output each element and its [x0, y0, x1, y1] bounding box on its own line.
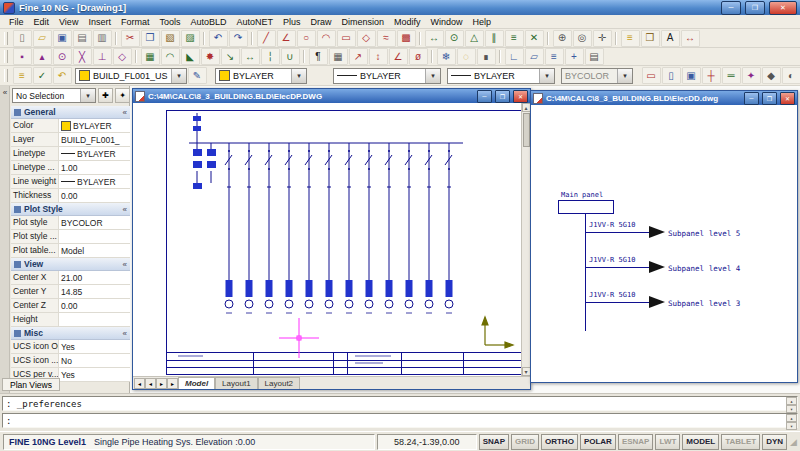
stretch-icon[interactable]: ↘ [221, 48, 240, 65]
cut-icon[interactable]: ✂ [121, 30, 140, 47]
new-file-icon[interactable]: ▯ [13, 30, 32, 47]
spline-icon[interactable]: ≈ [377, 30, 396, 47]
view-3d-icon[interactable]: ◆ [762, 67, 781, 84]
array-icon[interactable]: ▦ [141, 48, 160, 65]
child-restore-button[interactable]: ❐ [762, 92, 777, 105]
chevron-down-icon[interactable]: ▾ [291, 69, 306, 83]
render-icon[interactable]: ◐ [782, 67, 800, 84]
menu-autobld[interactable]: AutoBLD [185, 16, 231, 28]
child-minimize-button[interactable]: ─ [744, 92, 759, 105]
tab-first-button[interactable]: ◂ [134, 378, 145, 389]
child-minimize-button[interactable]: ─ [477, 90, 492, 103]
restore-button[interactable]: ❐ [745, 1, 765, 15]
toggle-esnap[interactable]: ESNAP [618, 434, 654, 450]
tab-next-button[interactable]: ▸ [156, 378, 167, 389]
fillet-icon[interactable]: ◠ [161, 48, 180, 65]
wall-tool-icon[interactable]: ▭ [642, 67, 661, 84]
section-header-general[interactable]: General « [11, 106, 130, 119]
paste-icon[interactable]: ▧ [161, 30, 180, 47]
menu-draw[interactable]: Draw [306, 16, 337, 28]
copy-icon[interactable]: ❐ [141, 30, 160, 47]
pipe-tool-icon[interactable]: ┼ [702, 67, 721, 84]
child-close-button[interactable]: ✕ [513, 90, 528, 103]
resize-grip-icon[interactable]: ◢ [790, 437, 797, 447]
toolbar-grip[interactable] [4, 50, 8, 63]
chevron-down-icon[interactable]: ▾ [171, 69, 186, 83]
drawing-canvas-elecdp[interactable] [133, 103, 521, 376]
mirror-icon[interactable]: ∥ [485, 30, 504, 47]
chevron-down-icon[interactable]: ▾ [80, 89, 95, 102]
layer-freeze-icon[interactable]: ❄ [437, 48, 456, 65]
redo-icon[interactable]: ↷ [229, 30, 248, 47]
offset-icon[interactable]: ≡ [505, 30, 524, 47]
scroll-down-icon[interactable]: ▾ [786, 405, 797, 413]
scale-icon[interactable]: △ [465, 30, 484, 47]
menu-help[interactable]: Help [468, 16, 497, 28]
snap-endpoint-icon[interactable]: ▪ [13, 48, 32, 65]
collapse-chevron-icon[interactable]: « [123, 108, 127, 117]
snap-intersection-icon[interactable]: ╳ [73, 48, 92, 65]
tab-last-button[interactable]: ▸ [167, 378, 178, 389]
command-scrollbar[interactable]: ▴ ▾ [786, 414, 797, 427]
list-icon[interactable]: ≡ [545, 48, 564, 65]
snap-center-icon[interactable]: ⊙ [53, 48, 72, 65]
child-close-button[interactable]: ✕ [780, 92, 795, 105]
child-restore-button[interactable]: ❐ [495, 90, 510, 103]
toggle-dyn[interactable]: DYN [762, 434, 787, 450]
line-icon[interactable]: ╱ [257, 30, 276, 47]
snap-midpoint-icon[interactable]: ▴ [33, 48, 52, 65]
command-history[interactable]: : _preferences ▴ ▾ [2, 396, 798, 411]
scrollbar-thumb[interactable] [523, 113, 530, 147]
join-icon[interactable]: ∪ [281, 48, 300, 65]
area-icon[interactable]: ▱ [525, 48, 544, 65]
save-icon[interactable]: ▣ [53, 30, 72, 47]
circle-icon[interactable]: ○ [297, 30, 316, 47]
menu-insert[interactable]: Insert [83, 16, 116, 28]
section-header-view[interactable]: View « [11, 258, 130, 271]
collapse-chevron-icon[interactable]: « [123, 329, 127, 338]
toggle-polar[interactable]: POLAR [580, 434, 616, 450]
duct-tool-icon[interactable]: ═ [722, 67, 741, 84]
match-properties-icon[interactable]: ▨ [181, 30, 200, 47]
snap-perpendicular-icon[interactable]: ⊥ [93, 48, 112, 65]
leader-icon[interactable]: ↗ [349, 48, 368, 65]
polygon-icon[interactable]: ◇ [357, 30, 376, 47]
hatch-icon[interactable]: ▩ [397, 30, 416, 47]
move-icon[interactable]: ↔ [425, 30, 444, 47]
dim-angular-icon[interactable]: ∠ [389, 48, 408, 65]
table-icon[interactable]: ▦ [329, 48, 348, 65]
palette-titlebar[interactable]: « [0, 86, 10, 393]
quick-select-button[interactable]: ✦ [115, 88, 130, 103]
child-title-bar[interactable]: C:\4M\CALC\8_3_BUILDING.BLD\ElecDD.dwg ─… [531, 91, 797, 105]
explode-icon[interactable]: ✸ [201, 48, 220, 65]
collapse-chevron-icon[interactable]: « [123, 205, 127, 214]
scroll-up-icon[interactable]: ▴ [786, 397, 797, 405]
zoom-window-icon[interactable]: ⊕ [553, 30, 572, 47]
make-layer-current-icon[interactable]: ✓ [33, 67, 52, 84]
layer-off-icon[interactable]: ◌ [457, 48, 476, 65]
blocks-icon[interactable]: ❒ [641, 30, 660, 47]
section-header-misc[interactable]: Misc « [11, 327, 130, 340]
scroll-up-icon[interactable]: ▴ [786, 414, 797, 422]
plot-preview-icon[interactable]: ▥ [93, 30, 112, 47]
menu-plus[interactable]: Plus [278, 16, 306, 28]
drawing-canvas-elecdd[interactable]: Main panel J1VV-R 5G10 Subpanel level 5 … [531, 105, 797, 382]
layer-lock-icon[interactable]: ∎ [477, 48, 496, 65]
minimize-button[interactable]: ─ [721, 1, 741, 15]
menu-format[interactable]: Format [116, 16, 155, 28]
tab-model[interactable]: Model [178, 377, 215, 389]
pan-icon[interactable]: ✛ [593, 30, 612, 47]
toolbar-grip[interactable] [4, 32, 8, 45]
chevron-down-icon[interactable]: ▾ [425, 69, 440, 83]
lengthen-icon[interactable]: ↔ [241, 48, 260, 65]
break-icon[interactable]: ╎ [261, 48, 280, 65]
opening-tool-icon[interactable]: ▯ [662, 67, 681, 84]
scroll-down-icon[interactable]: ▾ [786, 422, 797, 430]
toggle-snap[interactable]: SNAP [479, 434, 509, 450]
toolbar-grip[interactable] [4, 69, 8, 82]
id-point-icon[interactable]: + [565, 48, 584, 65]
menu-dimension[interactable]: Dimension [337, 16, 390, 28]
lineweight-dropdown[interactable]: BYLAYER ▾ [447, 68, 555, 84]
menu-file[interactable]: File [4, 16, 29, 28]
menu-tools[interactable]: Tools [154, 16, 185, 28]
